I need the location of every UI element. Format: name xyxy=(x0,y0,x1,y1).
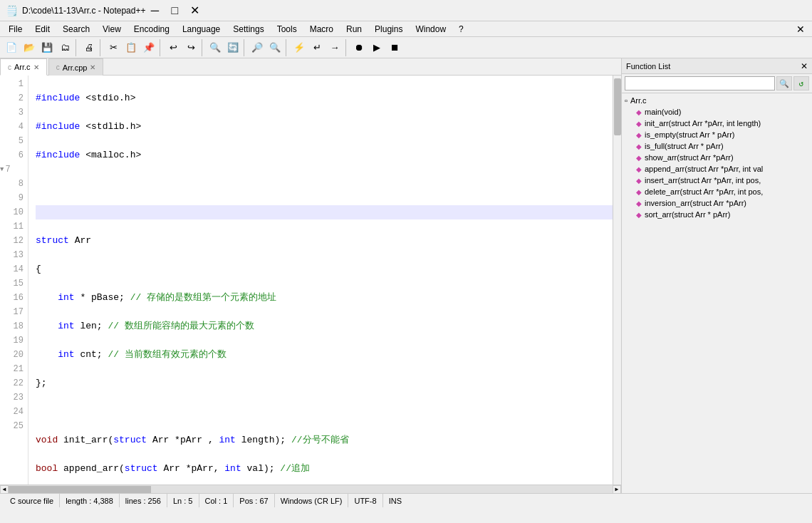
menu-macro[interactable]: Macro xyxy=(304,23,339,36)
code-editor[interactable]: 1 2 3 4 5 6 ▼7 8 9 10 11 12 13 14 15 16 … xyxy=(0,76,621,485)
fl-func-icon-4: ◆ xyxy=(636,143,642,150)
hscroll-right-button[interactable]: ▶ xyxy=(613,485,621,494)
vertical-scrollbar[interactable] xyxy=(613,76,621,485)
fl-collapse-icon: ▫ xyxy=(625,96,628,105)
fl-func-icon-7: ◆ xyxy=(636,177,642,185)
tb-macro-play[interactable]: ▶ xyxy=(368,39,385,56)
function-list-close[interactable]: ✕ xyxy=(801,61,808,71)
fl-func-icon-8: ◆ xyxy=(636,188,642,196)
hscroll-thumb[interactable] xyxy=(9,486,151,493)
menu-run[interactable]: Run xyxy=(340,23,368,36)
tb-sep4 xyxy=(202,39,204,56)
fl-func-icon-1: ◆ xyxy=(636,108,642,116)
status-lines: lines : 256 xyxy=(120,494,167,507)
close-button[interactable]: ✕ xyxy=(185,3,204,19)
fl-file-name: Arr.c xyxy=(630,96,647,105)
tab-bar: c Arr.c ✕ c Arr.cpp ✕ xyxy=(0,58,621,76)
status-col: Col : 1 xyxy=(199,494,234,507)
fl-func-label-8: delete_arr(struct Arr *pArr, int pos, xyxy=(645,187,763,196)
fl-func-icon-2: ◆ xyxy=(636,120,642,128)
maximize-button[interactable]: □ xyxy=(165,3,184,19)
fl-func-label-9: inversion_arr(struct Arr *pArr) xyxy=(645,199,746,207)
fl-func-label-1: main(void) xyxy=(645,108,681,116)
tab-close-arr-cpp[interactable]: ✕ xyxy=(90,63,95,71)
line-numbers: 1 2 3 4 5 6 ▼7 8 9 10 11 12 13 14 15 16 … xyxy=(0,76,28,485)
fl-search-input[interactable] xyxy=(625,76,775,90)
list-item[interactable]: ◆ is_full(struct Arr * pArr) xyxy=(622,140,812,152)
tb-sep6 xyxy=(286,39,288,56)
fl-func-label-2: init_arr(struct Arr *pArr, int length) xyxy=(645,119,761,128)
tb-sync[interactable]: ⚡ xyxy=(291,39,308,56)
tb-save[interactable]: 💾 xyxy=(38,39,56,56)
tb-paste[interactable]: 📌 xyxy=(140,39,157,56)
tb-wrap[interactable]: ↵ xyxy=(308,39,326,56)
scrollbar-thumb[interactable] xyxy=(614,78,621,135)
code-content[interactable]: #include <stdio.h> #include <stdlib.h> #… xyxy=(28,76,613,485)
tb-indent[interactable]: → xyxy=(326,39,343,56)
menu-language[interactable]: Language xyxy=(177,23,226,36)
fl-func-label-4: is_full(struct Arr * pArr) xyxy=(645,142,724,150)
status-le-text: Windows (CR LF) xyxy=(281,497,343,505)
tb-redo[interactable]: ↪ xyxy=(182,39,199,56)
menu-window[interactable]: Window xyxy=(410,23,452,36)
menu-help[interactable]: ? xyxy=(453,23,469,36)
tb-print[interactable]: 🖨 xyxy=(80,39,98,56)
tb-undo[interactable]: ↩ xyxy=(165,39,182,56)
fl-func-label-6: append_arr(struct Arr *pArr, int val xyxy=(645,165,763,173)
menu-plugins[interactable]: Plugins xyxy=(369,23,408,36)
menu-edit[interactable]: Edit xyxy=(29,23,56,36)
tab-arr-cpp[interactable]: c Arr.cpp ✕ xyxy=(48,58,104,76)
list-item[interactable]: ◆ is_empty(struct Arr * pArr) xyxy=(622,129,812,140)
function-list-title: Function List xyxy=(626,62,670,71)
tb-open[interactable]: 📂 xyxy=(21,39,38,56)
fl-func-icon-3: ◆ xyxy=(636,131,642,139)
tb-saveall[interactable]: 🗂 xyxy=(56,39,73,56)
tb-find[interactable]: 🔍 xyxy=(207,39,224,56)
tab-icon-arr-cpp: c xyxy=(56,63,60,71)
status-col-text: Col : 1 xyxy=(205,497,228,505)
fl-search-button[interactable]: 🔍 xyxy=(776,76,792,90)
tb-copy[interactable]: 📋 xyxy=(123,39,140,56)
tab-label-arr-cpp: Arr.cpp xyxy=(63,63,88,72)
tb-cut[interactable]: ✂ xyxy=(105,39,122,56)
list-item[interactable]: ◆ init_arr(struct Arr *pArr, int length) xyxy=(622,118,812,129)
tab-label-arr-c: Arr.c xyxy=(14,63,31,71)
list-item[interactable]: ◆ insert_arr(struct Arr *pArr, int pos, xyxy=(622,175,812,186)
fl-file-item[interactable]: ▫ Arr.c xyxy=(622,95,812,106)
list-item[interactable]: ◆ show_arr(struct Arr *pArr) xyxy=(622,152,812,163)
fl-search-bar: 🔍 ↺ xyxy=(622,74,812,93)
fl-func-icon-5: ◆ xyxy=(636,154,642,162)
tb-replace[interactable]: 🔄 xyxy=(224,39,241,56)
menu-settings[interactable]: Settings xyxy=(227,23,269,36)
list-item[interactable]: ◆ inversion_arr(struct Arr *pArr) xyxy=(622,197,812,209)
horizontal-scrollbar[interactable]: ◀ ▶ xyxy=(0,485,621,493)
list-item[interactable]: ◆ sort_arr(struct Arr * pArr) xyxy=(622,209,812,220)
menubar: File Edit Search View Encoding Language … xyxy=(0,21,812,37)
tb-zoom-out[interactable]: 🔍 xyxy=(266,39,283,56)
fl-reload-button[interactable]: ↺ xyxy=(793,76,809,90)
status-pos: Pos : 67 xyxy=(234,494,274,507)
fl-tree: ▫ Arr.c ◆ main(void) ◆ init_arr(struct A… xyxy=(622,93,812,493)
menu-tools[interactable]: Tools xyxy=(271,23,303,36)
status-line-ending: Windows (CR LF) xyxy=(275,494,349,507)
hscroll-track[interactable] xyxy=(9,485,613,494)
tb-macro-stop[interactable]: ⏹ xyxy=(386,39,403,56)
tab-close-arr-c[interactable]: ✕ xyxy=(33,63,39,71)
editor-area: c Arr.c ✕ c Arr.cpp ✕ 1 2 3 4 5 6 ▼7 xyxy=(0,58,621,493)
menu-view[interactable]: View xyxy=(97,23,127,36)
menu-file[interactable]: File xyxy=(3,23,28,36)
status-filetype: C source file xyxy=(4,494,60,507)
tab-arr-c[interactable]: c Arr.c ✕ xyxy=(0,58,47,76)
hscroll-left-button[interactable]: ◀ xyxy=(0,485,9,494)
minimize-button[interactable]: ─ xyxy=(145,3,164,19)
list-item[interactable]: ◆ append_arr(struct Arr *pArr, int val xyxy=(622,163,812,175)
list-item[interactable]: ◆ delete_arr(struct Arr *pArr, int pos, xyxy=(622,186,812,197)
menu-encoding[interactable]: Encoding xyxy=(128,23,175,36)
tb-new[interactable]: 📄 xyxy=(3,39,20,56)
tab-icon-arr-c: c xyxy=(8,63,11,71)
menu-search[interactable]: Search xyxy=(57,23,95,36)
menubar-close[interactable]: ✕ xyxy=(792,24,809,35)
tb-macro-rec[interactable]: ⏺ xyxy=(350,39,368,56)
list-item[interactable]: ◆ main(void) xyxy=(622,106,812,118)
tb-zoom-in[interactable]: 🔎 xyxy=(249,39,266,56)
